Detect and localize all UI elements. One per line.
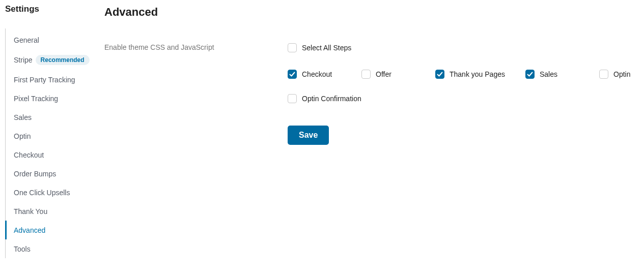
checkbox-thank-you-pages[interactable]: Thank you Pages <box>435 70 525 79</box>
checkbox-box <box>525 70 535 79</box>
setting-controls: Select All Steps CheckoutOfferThank you … <box>288 43 634 145</box>
sidebar-item-stripe[interactable]: StripeRecommended <box>5 49 99 70</box>
checkbox-row-select-all: Select All Steps <box>288 43 634 54</box>
sidebar-item-label: Checkout <box>14 151 44 159</box>
sidebar-item-label: General <box>14 36 39 44</box>
checkbox-row-optin-confirmation: Optin Confirmation <box>288 94 634 105</box>
sidebar-items: GeneralStripeRecommendedFirst Party Trac… <box>5 28 99 258</box>
checkbox-select-all[interactable]: Select All Steps <box>288 43 351 52</box>
checkbox-box <box>288 70 297 79</box>
checkbox-box <box>599 70 608 79</box>
checkbox-box <box>288 94 297 103</box>
sidebar-item-advanced[interactable]: Advanced <box>5 221 99 239</box>
sidebar-item-label: Tools <box>14 245 31 253</box>
checkbox-optin-confirmation[interactable]: Optin Confirmation <box>288 94 361 103</box>
sidebar-item-label: Order Bumps <box>14 170 56 178</box>
page-title: Advanced <box>104 6 634 19</box>
recommended-badge: Recommended <box>36 55 90 65</box>
setting-row: Enable theme CSS and JavaScript Select A… <box>104 43 634 145</box>
sidebar-item-pixel-tracking[interactable]: Pixel Tracking <box>5 89 99 108</box>
sidebar-item-checkout[interactable]: Checkout <box>5 145 99 164</box>
checkbox-sales[interactable]: Sales <box>525 70 599 79</box>
checkbox-label: Checkout <box>302 70 332 78</box>
sidebar-item-label: Stripe <box>14 56 33 64</box>
sidebar-item-first-party-tracking[interactable]: First Party Tracking <box>5 70 99 89</box>
sidebar-item-one-click-upsells[interactable]: One Click Upsells <box>5 183 99 202</box>
sidebar-item-label: Advanced <box>14 226 45 234</box>
save-button[interactable]: Save <box>288 126 329 145</box>
sidebar-item-optin[interactable]: Optin <box>5 127 99 145</box>
checkbox-box <box>361 70 371 79</box>
checkbox-label: Sales <box>540 70 557 78</box>
checkbox-label: Optin Confirmation <box>302 95 361 103</box>
sidebar-item-order-bumps[interactable]: Order Bumps <box>5 164 99 183</box>
sidebar-item-label: Thank You <box>14 207 47 216</box>
check-icon <box>527 71 533 77</box>
sidebar-title: Settings <box>5 4 99 14</box>
sidebar-item-sales[interactable]: Sales <box>5 108 99 127</box>
sidebar-item-label: One Click Upsells <box>14 189 70 197</box>
sidebar-item-tools[interactable]: Tools <box>5 239 99 258</box>
checkbox-label: Select All Steps <box>302 44 351 52</box>
sidebar-item-thank-you[interactable]: Thank You <box>5 202 99 221</box>
sidebar-item-label: Optin <box>14 132 31 140</box>
checkbox-label: Optin <box>613 70 630 78</box>
checkbox-label: Offer <box>376 70 391 78</box>
sidebar-item-general[interactable]: General <box>5 30 99 49</box>
check-icon <box>437 71 443 77</box>
setting-label: Enable theme CSS and JavaScript <box>104 43 277 51</box>
settings-sidebar: Settings GeneralStripeRecommendedFirst P… <box>0 0 99 277</box>
sidebar-item-label: Pixel Tracking <box>14 95 58 103</box>
check-icon <box>289 71 295 77</box>
checkbox-box <box>435 70 444 79</box>
checkbox-offer[interactable]: Offer <box>361 70 435 79</box>
checkbox-label: Thank you Pages <box>450 70 505 78</box>
checkbox-optin[interactable]: Optin <box>599 70 630 79</box>
checkbox-box <box>288 43 297 52</box>
sidebar-item-label: First Party Tracking <box>14 76 75 84</box>
main-content: Advanced Enable theme CSS and JavaScript… <box>99 0 644 277</box>
checkbox-row-steps: CheckoutOfferThank you PagesSalesOptin <box>288 70 634 79</box>
checkbox-checkout[interactable]: Checkout <box>288 70 361 79</box>
sidebar-item-label: Sales <box>14 113 32 121</box>
